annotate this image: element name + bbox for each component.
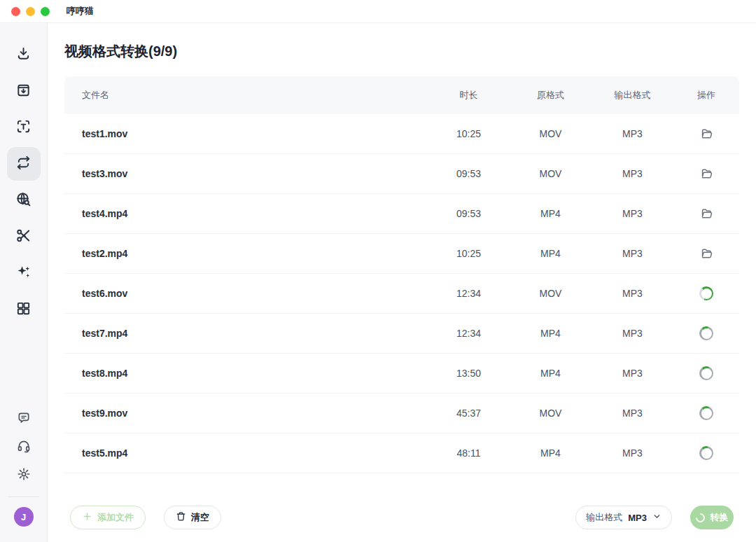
file-name: test5.mp4 xyxy=(64,447,428,459)
file-action xyxy=(673,207,739,221)
file-duration: 09:53 xyxy=(428,168,510,179)
file-duration: 12:34 xyxy=(428,288,510,299)
scissors-icon xyxy=(15,228,31,246)
page-title: 视频格式转换(9/9) xyxy=(64,42,739,61)
file-source-format: MP4 xyxy=(510,328,592,339)
download-icon xyxy=(15,46,31,64)
avatar[interactable]: J xyxy=(14,507,34,527)
chevron-down-icon xyxy=(652,512,662,523)
table-row: test3.mov 09:53 MOV MP3 xyxy=(64,154,739,194)
file-output-format: MP3 xyxy=(592,168,673,179)
file-name: test9.mov xyxy=(64,408,428,419)
file-name: test3.mov xyxy=(64,168,428,179)
file-output-format: MP3 xyxy=(592,208,673,219)
close-window-button[interactable] xyxy=(11,7,20,16)
header-source-format: 原格式 xyxy=(510,89,592,102)
output-format-select[interactable]: 输出格式 MP3 xyxy=(575,506,672,529)
file-action xyxy=(673,446,739,460)
sidebar-item-format-convert[interactable] xyxy=(7,147,41,181)
open-folder-icon[interactable] xyxy=(699,167,713,181)
file-action xyxy=(673,286,739,300)
progress-ring xyxy=(699,406,713,420)
file-output-format: MP3 xyxy=(592,128,673,139)
sidebar-footer: J xyxy=(0,405,47,542)
file-output-format: MP3 xyxy=(592,447,673,459)
trash-icon xyxy=(176,511,186,524)
file-action xyxy=(673,366,739,380)
plus-icon xyxy=(82,511,92,524)
file-output-format: MP3 xyxy=(592,368,673,379)
output-format-label: 输出格式 xyxy=(586,511,622,524)
file-action xyxy=(673,326,739,340)
sidebar-item-web-parse[interactable] xyxy=(7,183,41,217)
sidebar-item-settings[interactable] xyxy=(10,461,38,489)
file-output-format: MP3 xyxy=(592,328,673,339)
grid-icon xyxy=(15,300,31,319)
table-row: test6.mov 12:34 MOV MP3 xyxy=(64,274,739,314)
minimize-window-button[interactable] xyxy=(26,7,35,16)
sidebar-item-more-apps[interactable] xyxy=(7,293,41,326)
sidebar-item-feedback[interactable] xyxy=(10,405,38,433)
traffic-lights xyxy=(11,7,50,16)
clear-label: 清空 xyxy=(191,511,209,524)
add-files-button[interactable]: 添加文件 xyxy=(70,506,146,529)
table-row: test2.mp4 10:25 MP4 MP3 xyxy=(64,234,739,274)
header-action: 操作 xyxy=(673,89,739,102)
file-name: test6.mov xyxy=(64,288,428,299)
file-output-format: MP3 xyxy=(592,408,673,419)
app-window: 哼哼猫 xyxy=(0,0,756,542)
sidebar: J xyxy=(0,23,48,542)
conversion-table: 文件名 时长 原格式 输出格式 操作 test1.mov 10:25 MOV M… xyxy=(64,76,739,473)
app-title: 哼哼猫 xyxy=(66,5,94,18)
sidebar-item-download[interactable] xyxy=(7,38,41,71)
sidebar-item-ai-tools[interactable] xyxy=(7,256,41,290)
file-duration: 10:25 xyxy=(428,248,510,259)
clear-button[interactable]: 清空 xyxy=(164,506,221,529)
text-scan-icon xyxy=(15,118,31,137)
inbox-download-icon xyxy=(15,82,31,101)
file-source-format: MP4 xyxy=(510,447,592,459)
chat-icon xyxy=(17,411,31,428)
sidebar-item-text-extract[interactable] xyxy=(7,111,41,144)
file-source-format: MOV xyxy=(510,288,592,299)
gear-icon xyxy=(17,467,31,484)
file-source-format: MP4 xyxy=(510,208,592,219)
table-row: test5.mp4 48:11 MP4 MP3 xyxy=(64,433,739,473)
loading-spinner-icon xyxy=(694,511,706,524)
title-bar: 哼哼猫 xyxy=(0,0,756,23)
footer-left: 添加文件 清空 xyxy=(70,506,221,529)
header-filename: 文件名 xyxy=(64,89,428,102)
sidebar-item-batch-download[interactable] xyxy=(7,74,41,108)
header-output-format: 输出格式 xyxy=(592,89,673,102)
add-files-label: 添加文件 xyxy=(97,511,134,524)
open-folder-icon[interactable] xyxy=(699,127,713,141)
convert-button[interactable]: 转换 xyxy=(690,506,734,529)
progress-ring xyxy=(699,446,713,460)
file-name: test7.mp4 xyxy=(64,328,428,339)
table-body: test1.mov 10:25 MOV MP3 test3.mov 09:53 … xyxy=(64,114,739,473)
sidebar-item-support[interactable] xyxy=(10,433,38,461)
file-name: test8.mp4 xyxy=(64,368,428,379)
open-folder-icon[interactable] xyxy=(699,207,713,221)
file-duration: 09:53 xyxy=(428,208,510,219)
file-output-format: MP3 xyxy=(592,288,673,299)
file-name: test4.mp4 xyxy=(64,208,428,219)
sidebar-divider xyxy=(8,496,39,497)
file-action xyxy=(673,167,739,181)
open-folder-icon[interactable] xyxy=(699,246,713,260)
sidebar-item-trim[interactable] xyxy=(7,220,41,253)
file-duration: 48:11 xyxy=(428,447,510,459)
progress-ring xyxy=(699,326,713,340)
output-format-value: MP3 xyxy=(628,513,647,523)
file-source-format: MP4 xyxy=(510,368,592,379)
file-name: test2.mp4 xyxy=(64,248,428,259)
file-action xyxy=(673,246,739,260)
maximize-window-button[interactable] xyxy=(41,7,50,16)
table-row: test1.mov 10:25 MOV MP3 xyxy=(64,114,739,154)
headset-icon xyxy=(17,439,31,456)
file-name: test1.mov xyxy=(64,128,428,139)
file-action xyxy=(673,127,739,141)
footer-right: 输出格式 MP3 转换 xyxy=(575,506,734,529)
sparkles-icon xyxy=(15,264,31,283)
footer-bar: 添加文件 清空 输出格式 MP3 转换 xyxy=(48,493,756,542)
